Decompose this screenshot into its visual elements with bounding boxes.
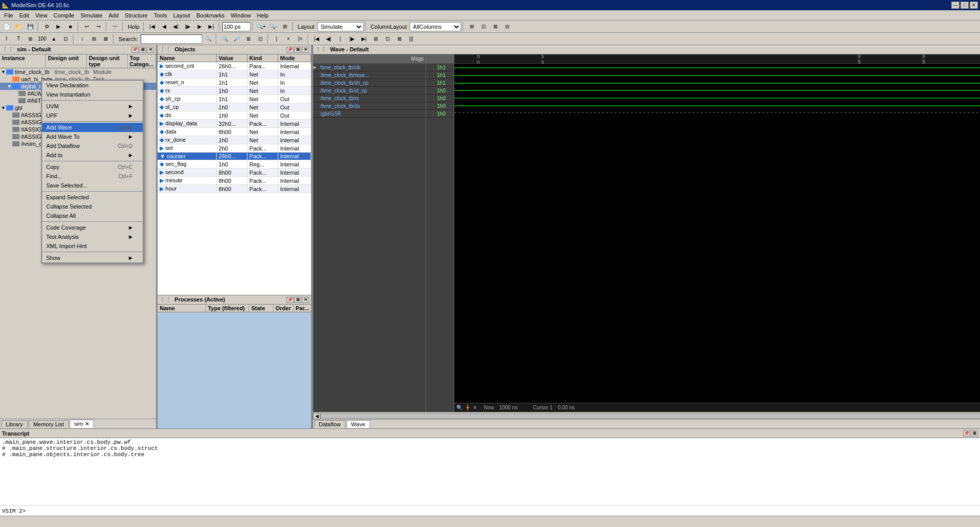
wave-x-icon[interactable]: ✕ <box>473 405 477 410</box>
nav7[interactable]: ⊡ <box>382 34 393 44</box>
t2-btn3[interactable]: ⊞ <box>25 34 36 44</box>
mark2[interactable]: × <box>283 34 294 44</box>
wave-scrollbar[interactable]: ◀ ▶ <box>313 412 980 419</box>
sim-close-btn[interactable]: ✕ <box>147 47 154 53</box>
t2-btn2[interactable]: T <box>13 34 24 44</box>
sim-pin-btn[interactable]: 📌 <box>131 47 139 53</box>
vsim-prompt-input[interactable] <box>26 508 978 514</box>
zoom-out[interactable]: 🔍- <box>267 22 279 32</box>
menu-window[interactable]: Window <box>227 12 254 19</box>
tab-library[interactable]: Library <box>1 420 28 428</box>
table-row[interactable]: ◆ rx 1h0 Net In <box>158 87 311 95</box>
ctx-add-dataflow[interactable]: Add Dataflow Ctrl+D <box>42 141 143 150</box>
mark1[interactable]: | <box>271 34 282 44</box>
extra1[interactable]: ⊞ <box>466 22 477 32</box>
table-row[interactable]: ◆ ds 1h0 Net Out <box>158 111 311 120</box>
menu-tools[interactable]: Tools <box>151 12 170 19</box>
col-layout-select[interactable]: AllColumns <box>410 22 461 31</box>
ctx-code-coverage[interactable]: Code Coverage ▶ <box>42 223 143 232</box>
t2-btn4[interactable]: 100 <box>36 34 48 44</box>
fwd-btn[interactable]: ↪ <box>93 22 104 32</box>
tab-wave[interactable]: Wave <box>347 420 370 428</box>
table-row[interactable]: ◆ reset_n 1h1 Net In <box>158 79 311 87</box>
table-row[interactable]: ▶ second 8h00 Pack... Internal <box>158 168 311 177</box>
sim-fwd[interactable]: ▶ <box>194 22 205 32</box>
nav9[interactable]: ||| <box>406 34 417 44</box>
t2-btn5[interactable]: ▲ <box>48 34 60 44</box>
menu-structure[interactable]: Structure <box>122 12 151 19</box>
transcript-float-btn[interactable]: ⊞ <box>971 430 978 437</box>
menu-compile[interactable]: Compile <box>50 12 77 19</box>
sim-step-fwd[interactable]: |▶ <box>182 22 194 32</box>
extra4[interactable]: ⊟ <box>502 22 513 32</box>
wave-signal-row[interactable]: ▶ /time_clock_tb/clk <box>313 64 426 71</box>
table-row[interactable]: ▶ display_data 32h0... Pack... Internal <box>158 120 311 128</box>
ctx-upf[interactable]: UPF ▶ <box>42 111 143 120</box>
ctx-collapse-all[interactable]: Collapse All <box>42 211 143 220</box>
ctx-collapse-selected[interactable]: Collapse Selected <box>42 202 143 211</box>
search-input[interactable] <box>141 34 202 44</box>
maximize-button[interactable]: □ <box>960 2 969 9</box>
wave-fit[interactable]: ⊞ <box>243 34 254 44</box>
wave-cursor-icon[interactable]: ╋ <box>466 405 469 410</box>
sim-float-btn[interactable]: ⊞ <box>139 47 146 53</box>
save-btn[interactable]: 💾 <box>25 22 36 32</box>
menu-edit[interactable]: Edit <box>16 12 32 19</box>
ctx-copy[interactable]: Copy Ctrl+C <box>42 162 143 172</box>
extra3[interactable]: ⊠ <box>490 22 501 32</box>
ctx-find[interactable]: Find... Ctrl+F <box>42 172 143 181</box>
tab-dataflow[interactable]: Dataflow <box>314 420 345 428</box>
table-row[interactable]: ▼ counter 26h0... Pack... Internal <box>158 153 311 160</box>
compile-btn[interactable]: ⚙ <box>41 22 52 32</box>
table-row[interactable]: ◆ sh_cp 1h1 Net Out <box>158 95 311 103</box>
time-input[interactable] <box>222 22 251 31</box>
menu-file[interactable]: File <box>1 12 16 19</box>
wave-signal-row[interactable]: /time_clock_tb/sh_cp <box>313 79 426 87</box>
wave-signal-row[interactable]: /time_clock_tb/ds <box>313 102 426 110</box>
t2-btn1[interactable]: I <box>1 34 12 44</box>
open-btn[interactable]: 📂 <box>13 22 24 32</box>
nav1[interactable]: |◀ <box>311 34 322 44</box>
menu-layout[interactable]: Layout <box>170 12 193 19</box>
ctx-view-instantiation[interactable]: View Instantiation <box>42 90 143 99</box>
cursor-btn[interactable]: ↕ <box>76 34 88 44</box>
minimize-button[interactable]: — <box>951 2 959 9</box>
tab-memory-list[interactable]: Memory List <box>29 420 69 428</box>
wave-signal-row[interactable]: /gbl/GSR <box>313 110 426 118</box>
wave-zoom-in[interactable]: 🔍 <box>219 34 230 44</box>
sim-end[interactable]: ▶| <box>206 22 217 32</box>
table-row[interactable]: ▶ set 2h0 Pack... Internal <box>158 144 311 153</box>
obj-pin-btn[interactable]: 📌 <box>286 47 294 53</box>
wave-zoom-icon[interactable]: 🔍 <box>456 405 463 410</box>
wave-scroll-track[interactable] <box>320 413 980 419</box>
ctx-expand-selected[interactable]: Expand Selected <box>42 193 143 202</box>
nav2[interactable]: ◀| <box>323 34 334 44</box>
transcript-pin-btn[interactable]: 📌 <box>963 430 970 437</box>
table-row[interactable]: ▶ hour 8h00 Pack... Internal <box>158 185 311 193</box>
ctx-xml-import[interactable]: XML Import Hint <box>42 241 143 251</box>
nav5[interactable]: ▶| <box>358 34 370 44</box>
table-row[interactable]: ◆ clk 1h1 Net In <box>158 70 311 79</box>
menu-simulate[interactable]: Simulate <box>78 12 106 19</box>
nav3[interactable]: | <box>335 34 346 44</box>
menu-help[interactable]: Help <box>254 12 272 19</box>
t2-btn6[interactable]: ⊡ <box>60 34 71 44</box>
ctx-test-analysis[interactable]: Test Analysis ▶ <box>42 232 143 241</box>
ctx-add-to[interactable]: Add to ▶ <box>42 150 143 160</box>
stop-btn[interactable]: ■ <box>65 22 76 32</box>
ctx-add-wave-to[interactable]: Add Wave To ▶ <box>42 132 143 141</box>
ctx-show[interactable]: Show ▶ <box>42 253 143 262</box>
table-row[interactable]: ▶ second_cnt 26h0... Para... Internal <box>158 62 311 70</box>
wave-signal-row[interactable]: /time_clock_tb/st_cp <box>313 87 426 95</box>
table-row[interactable]: ◆ st_cp 1h0 Net Out <box>158 103 311 111</box>
back-btn[interactable]: ↩ <box>81 22 92 32</box>
zoom-fit[interactable]: ⊞ <box>279 22 291 32</box>
table-row[interactable]: ▶ minute 8h00 Pack... Internal <box>158 177 311 185</box>
table-row[interactable]: ◆ sec_flag 1h0 Reg... Internal <box>158 160 311 168</box>
nav4[interactable]: |▶ <box>347 34 358 44</box>
search-btn[interactable]: 🔍 <box>203 34 214 44</box>
run-btn[interactable]: ▶ <box>53 22 64 32</box>
ctx-save-selected[interactable]: Save Selected... <box>42 181 143 190</box>
wave-full[interactable]: ⊡ <box>255 34 266 44</box>
wave-scroll-left[interactable]: ◀ <box>313 413 320 419</box>
